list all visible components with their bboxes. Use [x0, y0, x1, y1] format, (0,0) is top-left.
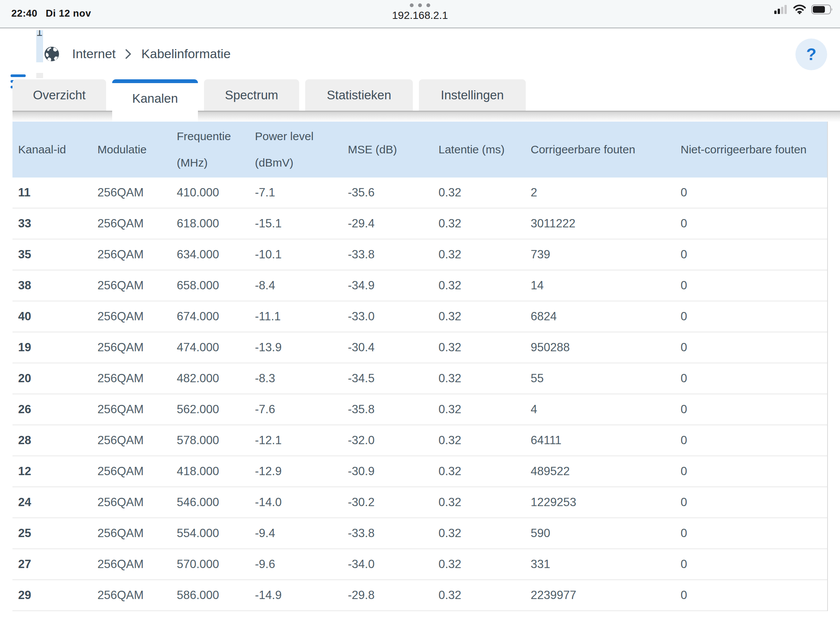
table-cell: 658.000 — [171, 270, 249, 301]
table-cell: 950288 — [525, 332, 675, 363]
table-cell: 0 — [675, 363, 827, 394]
table-row: 26256QAM562.000-7.6-35.80.3240 — [13, 394, 827, 425]
battery-icon — [811, 5, 833, 14]
table-cell: 0 — [675, 425, 827, 456]
table-cell: 0.32 — [433, 487, 525, 518]
table-cell: 482.000 — [171, 363, 249, 394]
table-cell: -35.6 — [342, 177, 433, 208]
table-cell: 410.000 — [171, 177, 249, 208]
table-cell: 256QAM — [92, 301, 171, 332]
tab-overzicht[interactable]: Overzicht — [13, 79, 106, 111]
status-url[interactable]: 192.168.2.1 — [392, 9, 448, 22]
table-cell: 25 — [13, 518, 92, 549]
table-row: 40256QAM674.000-11.1-33.00.3268240 — [13, 301, 827, 332]
table-cell: 11 — [13, 177, 92, 208]
table-row: 27256QAM570.000-9.6-34.00.323310 — [13, 549, 827, 580]
wifi-icon — [793, 5, 806, 14]
table-cell: -33.8 — [342, 239, 433, 270]
table-cell: 0.32 — [433, 518, 525, 549]
table-cell: 0.32 — [433, 332, 525, 363]
table-cell: 418.000 — [171, 456, 249, 487]
table-cell: 0.32 — [433, 208, 525, 239]
tab-kanalen[interactable]: Kanalen — [112, 79, 198, 122]
table-cell: 0 — [675, 487, 827, 518]
table-cell: 0 — [675, 270, 827, 301]
table-cell: -30.4 — [342, 332, 433, 363]
table-cell: 2239977 — [525, 580, 675, 611]
column-header: Latentie (ms) — [433, 122, 525, 177]
table-cell: 489522 — [525, 456, 675, 487]
table-cell: 0.32 — [433, 239, 525, 270]
table-cell: -34.5 — [342, 363, 433, 394]
table-cell: 0 — [675, 456, 827, 487]
channel-table-container: Kanaal-id Modulatie Frequentie(MHz) Powe… — [13, 122, 828, 611]
table-cell: 256QAM — [92, 518, 171, 549]
column-header: Niet-corrigeerbare fouten — [675, 122, 827, 177]
table-cell: -7.6 — [249, 394, 342, 425]
tab-instellingen[interactable]: Instellingen — [419, 79, 526, 111]
table-cell: 256QAM — [92, 332, 171, 363]
table-cell: -12.1 — [249, 425, 342, 456]
table-cell: 0 — [675, 518, 827, 549]
globe-icon — [43, 46, 60, 62]
table-cell: 674.000 — [171, 301, 249, 332]
table-cell: 40 — [13, 301, 92, 332]
table-cell: 0.32 — [433, 363, 525, 394]
help-button[interactable]: ? — [796, 38, 827, 70]
tab-spectrum[interactable]: Spectrum — [204, 79, 299, 111]
table-cell: 38 — [13, 270, 92, 301]
column-header: Corrigeerbare fouten — [525, 122, 675, 177]
table-cell: -9.6 — [249, 549, 342, 580]
table-cell: -29.4 — [342, 208, 433, 239]
table-cell: 6824 — [525, 301, 675, 332]
table-cell: 256QAM — [92, 270, 171, 301]
table-cell: -8.3 — [249, 363, 342, 394]
table-cell: -12.9 — [249, 456, 342, 487]
table-cell: -13.9 — [249, 332, 342, 363]
table-cell: -34.0 — [342, 549, 433, 580]
tab-statistieken[interactable]: Statistieken — [305, 79, 413, 111]
table-cell: -34.9 — [342, 270, 433, 301]
table-cell: 570.000 — [171, 549, 249, 580]
table-cell: 19 — [13, 332, 92, 363]
table-cell: 1229253 — [525, 487, 675, 518]
table-cell: 562.000 — [171, 394, 249, 425]
breadcrumb-internet[interactable]: Internet — [72, 46, 115, 61]
table-cell: 0 — [675, 239, 827, 270]
table-cell: 256QAM — [92, 425, 171, 456]
table-cell: -33.0 — [342, 301, 433, 332]
table-cell: 0 — [675, 177, 827, 208]
table-cell: 256QAM — [92, 456, 171, 487]
table-cell: -7.1 — [249, 177, 342, 208]
table-cell: 12 — [13, 456, 92, 487]
chevron-right-icon — [125, 49, 131, 59]
table-cell: -15.1 — [249, 208, 342, 239]
channel-table: Kanaal-id Modulatie Frequentie(MHz) Powe… — [13, 122, 827, 611]
table-cell: 2 — [525, 177, 675, 208]
table-cell: 256QAM — [92, 239, 171, 270]
table-cell: 27 — [13, 549, 92, 580]
table-cell: 0.32 — [433, 580, 525, 611]
breadcrumb-current: Kabelinformatie — [141, 46, 231, 61]
column-header: Frequentie(MHz) — [171, 122, 249, 177]
table-cell: 64111 — [525, 425, 675, 456]
app-header: 1a Internet Kabelinformatie ? — [0, 28, 840, 79]
table-cell: 0.32 — [433, 270, 525, 301]
table-cell: 0.32 — [433, 456, 525, 487]
ellipsis-icon — [0, 3, 840, 7]
table-cell: 256QAM — [92, 208, 171, 239]
table-cell: 0 — [675, 301, 827, 332]
column-header: Power level(dBmV) — [249, 122, 342, 177]
table-cell: 256QAM — [92, 487, 171, 518]
table-row: 25256QAM554.000-9.4-33.80.325900 — [13, 518, 827, 549]
column-header: MSE (dB) — [342, 122, 433, 177]
table-cell: 578.000 — [171, 425, 249, 456]
autofill-artifact-tail — [36, 73, 43, 78]
status-bar: 22:40 Di 12 nov 192.168.2.1 — [0, 0, 840, 28]
table-cell: 0.32 — [433, 301, 525, 332]
table-cell: 256QAM — [92, 549, 171, 580]
table-cell: 474.000 — [171, 332, 249, 363]
table-row: 38256QAM658.000-8.4-34.90.32140 — [13, 270, 827, 301]
column-header: Kanaal-id — [13, 122, 92, 177]
breadcrumb: Internet Kabelinformatie — [72, 28, 231, 79]
